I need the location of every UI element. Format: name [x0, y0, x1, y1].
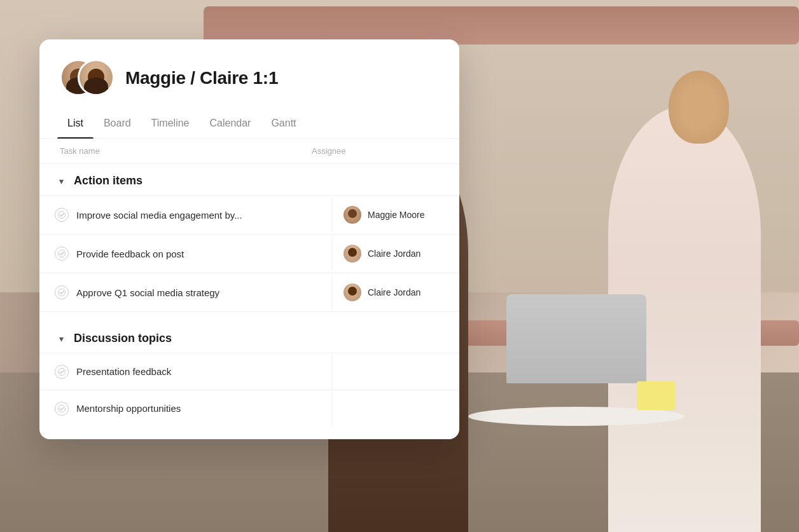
avatars-group — [60, 57, 114, 99]
avatar-claire — [78, 59, 115, 96]
task-name-2[interactable]: Provide feedback on post — [76, 249, 184, 259]
section-title-action-items: Action items — [74, 174, 142, 188]
section-action-items: ▾ Action items — [39, 164, 459, 195]
table-row: Presentation feedback — [39, 353, 459, 390]
card-header: Maggie / Claire 1:1 — [39, 39, 459, 111]
task-check-icon[interactable] — [55, 365, 69, 379]
assignee-avatar-claire-1 — [344, 245, 361, 263]
tab-gantt[interactable]: Gantt — [261, 111, 306, 138]
tab-list[interactable]: List — [57, 111, 94, 138]
assignee-cell-1: Maggie Moore — [332, 196, 459, 234]
section-title-discussion-topics: Discussion topics — [74, 332, 172, 345]
section-chevron-icon-2[interactable]: ▾ — [55, 332, 67, 345]
main-card: Maggie / Claire 1:1 List Board Timeline … — [39, 39, 459, 439]
col-header-assignee: Assignee — [312, 146, 439, 156]
table-row: Approve Q1 social media strategy Claire … — [39, 273, 459, 311]
task-check-icon[interactable] — [55, 208, 69, 222]
tab-bar: List Board Timeline Calendar Gantt — [39, 111, 459, 139]
page-title: Maggie / Claire 1:1 — [125, 68, 278, 88]
assignee-name-2: Claire Jordan — [368, 249, 420, 259]
section-spacer — [39, 311, 459, 322]
bg-laptop — [506, 294, 646, 383]
task-cell-5: Mentorship opportunities — [39, 392, 332, 426]
table-row: Provide feedback on post Claire Jordan — [39, 234, 459, 273]
task-name-1[interactable]: Improve social media engagement by... — [76, 210, 242, 221]
assignee-avatar-claire-2 — [344, 283, 361, 301]
task-name-4[interactable]: Presentation feedback — [76, 366, 171, 377]
bg-bench-back — [204, 6, 799, 44]
bg-person-right-head — [669, 71, 729, 144]
task-cell-3: Approve Q1 social media strategy — [39, 275, 332, 310]
tab-calendar[interactable]: Calendar — [199, 111, 261, 138]
col-header-task: Task name — [60, 146, 312, 156]
assignee-name-1: Maggie Moore — [368, 210, 425, 220]
column-headers: Task name Assignee — [39, 139, 459, 164]
section-chevron-icon[interactable]: ▾ — [55, 175, 67, 188]
task-check-icon[interactable] — [55, 247, 69, 261]
bg-notepad — [637, 381, 675, 410]
assignee-name-3: Claire Jordan — [368, 287, 420, 297]
task-name-3[interactable]: Approve Q1 social media strategy — [76, 287, 219, 298]
tab-board[interactable]: Board — [94, 111, 141, 138]
assignee-avatar-maggie-1 — [344, 206, 361, 224]
task-cell-4: Presentation feedback — [39, 355, 332, 389]
assignee-cell-2: Claire Jordan — [332, 235, 459, 273]
task-cell-1: Improve social media engagement by... — [39, 198, 332, 232]
section-discussion-topics: ▾ Discussion topics — [39, 322, 459, 353]
assignee-cell-empty-2 — [332, 399, 459, 419]
task-name-5[interactable]: Mentorship opportunities — [76, 403, 181, 414]
table-row: Improve social media engagement by... Ma… — [39, 195, 459, 234]
assignee-cell-3: Claire Jordan — [332, 273, 459, 311]
table-row: Mentorship opportunities — [39, 390, 459, 426]
task-cell-2: Provide feedback on post — [39, 236, 332, 271]
task-check-icon[interactable] — [55, 402, 69, 416]
tab-timeline[interactable]: Timeline — [141, 111, 200, 138]
assignee-cell-empty-1 — [332, 362, 459, 382]
task-check-icon[interactable] — [55, 285, 69, 299]
